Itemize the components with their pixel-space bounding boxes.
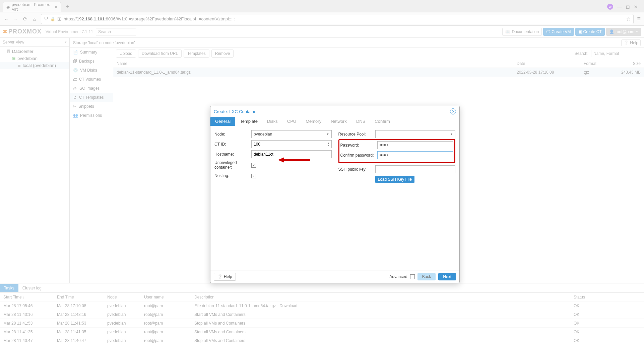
nav-iso[interactable]: ◎ISO Images: [70, 84, 113, 93]
remove-button[interactable]: Remove: [211, 50, 234, 58]
download-url-button[interactable]: Download from URL: [138, 50, 182, 58]
ctid-spinner[interactable]: ▲▼: [251, 140, 332, 148]
hostname-arrow-annotation: [278, 157, 312, 163]
nav-vmdisks[interactable]: 💿VM Disks: [70, 66, 113, 75]
clusterlog-tab[interactable]: Cluster log: [18, 284, 46, 292]
task-row[interactable]: Mar 28 11:41:53Mar 28 11:41:53pvedebianr…: [0, 319, 644, 328]
volume-icon: 🗃: [73, 77, 77, 82]
tree-datacenter[interactable]: 🗄 Datacenter: [0, 48, 69, 55]
create-vm-button[interactable]: 🖵 Create VM: [543, 28, 574, 36]
pool-select[interactable]: ▼: [375, 130, 456, 138]
user-menu-button[interactable]: 👤 root@pam ▼: [606, 28, 641, 36]
modal-help-button[interactable]: ❔Help: [214, 273, 236, 281]
back-button[interactable]: Back: [417, 273, 436, 280]
nav-forward-icon[interactable]: →: [13, 16, 19, 22]
app-header: ✖ PROXMOX Virtual Environment 7.1-11 📖 D…: [0, 26, 644, 38]
browser-tab[interactable]: ◉ pvedebian - Proxmox Virt ×: [3, 2, 61, 12]
sshkey-label: SSH public key:: [338, 167, 375, 172]
tab-disks[interactable]: Disks: [262, 117, 282, 126]
header-search-input[interactable]: [96, 28, 136, 35]
storage-icon: ☰: [17, 63, 21, 68]
load-ssh-button[interactable]: Load SSH Key File: [375, 176, 414, 183]
nav-cttemplates[interactable]: 🗋CT Templates: [70, 93, 113, 102]
templates-button[interactable]: Templates: [184, 50, 209, 58]
extension-icon[interactable]: ∞: [607, 4, 613, 10]
tc-user: root@pam: [141, 330, 191, 334]
tab-template[interactable]: Template: [235, 117, 262, 126]
nav-reload-icon[interactable]: ⟳: [22, 16, 28, 22]
spinner-buttons[interactable]: ▲▼: [326, 140, 332, 148]
tasks-panel: Tasks Cluster log Start Time End Time No…: [0, 283, 644, 346]
th-user[interactable]: User name: [141, 295, 191, 299]
breadcrumb-text: Storage 'local' on node 'pvedebian': [73, 40, 135, 45]
nav-snippets[interactable]: ✂Snippets: [70, 102, 113, 111]
nav-label: Backups: [79, 59, 94, 64]
window-maximize-icon[interactable]: ◻: [626, 4, 630, 9]
col-date-header[interactable]: Date: [517, 61, 584, 66]
tc-start: Mar 28 11:41:53: [0, 321, 54, 326]
nav-back-icon[interactable]: ←: [3, 16, 9, 22]
user-icon: 👤: [609, 29, 614, 34]
documentation-button[interactable]: 📖 Documentation: [502, 28, 542, 36]
nav-summary[interactable]: 📄Summary: [70, 48, 113, 57]
task-row[interactable]: Mar 28 11:40:47Mar 28 11:40:47pvedebianr…: [0, 336, 644, 345]
tab-network[interactable]: Network: [326, 117, 351, 126]
unpriv-checkbox[interactable]: ✓: [251, 163, 256, 168]
nav-backups[interactable]: 🗐Backups: [70, 57, 113, 66]
grid-row[interactable]: debian-11-standard_11.0-1_amd64.tar.gz 2…: [113, 68, 644, 77]
tab-cpu[interactable]: CPU: [282, 117, 301, 126]
task-row[interactable]: Mar 28 11:43:16Mar 28 11:43:16pvedebianr…: [0, 310, 644, 319]
window-minimize-icon[interactable]: —: [617, 4, 622, 9]
hamburger-menu-icon[interactable]: ≡: [637, 15, 641, 22]
nav-permissions[interactable]: 👥Permissions: [70, 111, 113, 120]
url-bar[interactable]: ⛉ 🔒 ⚿ https://192.168.1.101:8006/#v1:0:=…: [41, 14, 634, 24]
tab-close-icon[interactable]: ×: [55, 4, 57, 10]
upload-button[interactable]: Upload: [116, 50, 136, 58]
help-button[interactable]: ❔ Help: [621, 39, 641, 46]
chevron-down-icon: ▼: [450, 133, 453, 136]
col-size-header[interactable]: Size: [614, 61, 644, 66]
password-input[interactable]: [377, 141, 454, 149]
sshkey-input[interactable]: [375, 165, 456, 173]
task-row[interactable]: Mar 28 17:05:46Mar 28 17:10:08pvedebianr…: [0, 301, 644, 310]
advanced-checkbox[interactable]: [410, 274, 415, 279]
sidebar-header[interactable]: Server View ▾: [0, 38, 69, 47]
window-close-icon[interactable]: ✕: [634, 4, 638, 9]
proxmox-logo[interactable]: ✖ PROXMOX: [3, 28, 42, 35]
confirm-password-input[interactable]: [377, 151, 454, 159]
ctid-input[interactable]: [251, 140, 326, 148]
create-ct-button[interactable]: ▣ Create CT: [575, 28, 605, 36]
tc-user: root@pam: [141, 304, 191, 308]
tasks-tab[interactable]: Tasks: [0, 284, 18, 292]
nav-home-icon[interactable]: ⌂: [31, 16, 38, 22]
tree-node[interactable]: ▣ pvedebian: [0, 55, 69, 62]
tab-general[interactable]: General: [210, 117, 235, 126]
new-tab-button[interactable]: +: [63, 2, 72, 11]
modal-close-icon[interactable]: ✕: [450, 108, 456, 114]
th-status[interactable]: Status: [570, 295, 644, 299]
create-ct-label: Create CT: [583, 29, 602, 34]
th-desc[interactable]: Description: [191, 295, 570, 299]
nav-ctvolumes[interactable]: 🗃CT Volumes: [70, 75, 113, 84]
nesting-checkbox[interactable]: ✓: [251, 174, 256, 178]
th-end[interactable]: End Time: [54, 295, 104, 299]
chevron-down-icon[interactable]: ▼: [327, 144, 330, 147]
col-format-header[interactable]: Format: [584, 61, 614, 66]
col-name-header[interactable]: Name: [113, 61, 517, 66]
chevron-up-icon[interactable]: ▲: [327, 142, 330, 144]
next-button[interactable]: Next: [438, 273, 456, 280]
bookmark-star-icon[interactable]: ☆: [626, 16, 631, 22]
th-node[interactable]: Node: [104, 295, 141, 299]
filter-input[interactable]: [591, 50, 641, 57]
tab-memory[interactable]: Memory: [301, 117, 326, 126]
th-start[interactable]: Start Time: [0, 295, 54, 299]
content-toolbar: Upload Download from URL Templates Remov…: [113, 48, 644, 59]
node-select[interactable]: pvedebian▼: [251, 130, 332, 138]
tab-title: pvedebian - Proxmox Virt: [12, 2, 53, 12]
task-row[interactable]: Mar 28 11:41:35Mar 28 11:41:35pvedebianr…: [0, 328, 644, 336]
chevron-down-icon: ▼: [326, 133, 329, 136]
tree-storage-local[interactable]: ☰ local (pvedebian): [0, 62, 69, 69]
tab-confirm[interactable]: Confirm: [370, 117, 395, 126]
tab-dns[interactable]: DNS: [351, 117, 370, 126]
content-breadcrumb-bar: Storage 'local' on node 'pvedebian' ❔ He…: [70, 38, 644, 48]
